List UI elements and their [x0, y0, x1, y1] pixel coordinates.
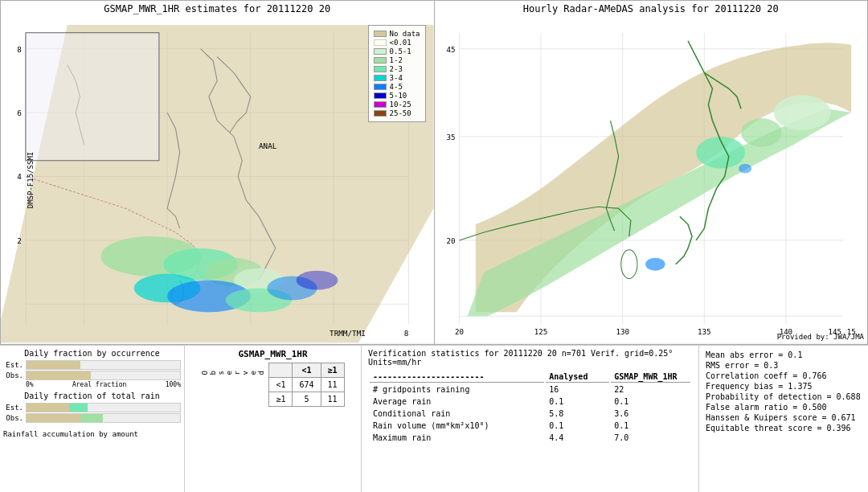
legend-item-1-2: 1-2 [374, 56, 420, 64]
verif-row-2: Conditional rain 5.8 3.6 [370, 408, 690, 419]
right-map-title: Hourly Radar-AMeDAS analysis for 2011122… [435, 1, 868, 17]
svg-point-43 [773, 95, 830, 130]
left-map-title: GSMAP_MWR_1HR estimates for 20111220 20 [1, 1, 434, 17]
verif-col-empty: ----------------------- [370, 371, 544, 383]
verif-row-4: Maximum rain 4.4 7.0 [370, 433, 690, 443]
legend-item-5-10: 5-10 [374, 92, 420, 100]
est2-bar-extra [69, 404, 88, 412]
cont-cell-ge1-ge1: 11 [321, 392, 344, 407]
legend-box: No data <0.01 0.5-1 1-2 [368, 25, 426, 122]
stats-left: Daily fraction by occurrence Est. Obs. 0… [0, 346, 185, 492]
est-label: Est. [3, 361, 23, 369]
svg-text:8: 8 [404, 330, 409, 338]
svg-point-45 [645, 258, 665, 271]
svg-text:TRMM/TMI: TRMM/TMI [330, 330, 366, 338]
verif-label-1: Average rain [370, 396, 544, 407]
svg-text:6: 6 [17, 109, 22, 117]
provided-by-label: Provided by: JWA/JMA [777, 333, 864, 341]
axis-right: 100% [166, 381, 181, 388]
verif-gsmap-4: 7.0 [611, 433, 690, 443]
svg-text:35: 35 [446, 133, 455, 141]
verif-gsmap-1: 0.1 [611, 396, 690, 407]
legend-item-10-25: 10-25 [374, 100, 420, 109]
est2-bar-row: Est. [3, 403, 181, 412]
legend-item-nodata: No data [374, 30, 420, 38]
obs2-bar-row: Obs. [3, 413, 181, 423]
right-stats-panel: Mean abs error = 0.1 RMS error = 0.3 Cor… [699, 346, 868, 492]
cont-table-container: <1 ≥1 <1 674 11 ≥1 [268, 363, 344, 407]
obs2-bar-green [27, 414, 80, 422]
contingency-table-wrapper: Observed <1 ≥1 <1 [201, 363, 344, 407]
est2-label: Est. [3, 404, 23, 412]
obs-label: Obs. [3, 371, 23, 379]
legend-item-2-3: 2-3 [374, 65, 420, 73]
svg-text:125: 125 [534, 328, 547, 336]
mean-abs-error: Mean abs error = 0.1 [706, 351, 862, 359]
obs2-bar-extra [80, 414, 104, 422]
verif-label-0: # gridpoints raining [370, 384, 544, 395]
occurrence-bars: Est. Obs. 0% Areal fraction 100% [3, 359, 181, 388]
verif-gsmap-0: 22 [611, 384, 690, 395]
svg-text:4: 4 [17, 174, 22, 182]
rain-bars: Est. Obs. [3, 402, 181, 424]
section1-title: Daily fraction by occurrence [3, 349, 181, 358]
prob-detection: Probability of detection = 0.688 [706, 392, 862, 401]
obs2-label: Obs. [3, 414, 23, 422]
contingency-section: GSMAP_MWR_1HR Observed <1 ≥1 [185, 346, 362, 492]
legend-item-05-1: 0.5-1 [374, 47, 420, 55]
svg-text:45: 45 [446, 46, 455, 54]
obs-bar-row: Obs. [3, 371, 181, 380]
right-map-panel: Hourly Radar-AMeDAS analysis for 2011122… [434, 0, 869, 345]
verification-section: Verification statistics for 20111220 20 … [362, 346, 699, 492]
obs-bar-container [26, 371, 181, 380]
left-map-ylabel: DMSP-F15/SSMI [27, 151, 35, 207]
svg-text:8: 8 [17, 46, 22, 54]
verif-analysed-1: 0.1 [546, 396, 609, 407]
right-map-area: 45 35 20 20 125 130 135 140 145 15 Provi… [435, 17, 868, 342]
verif-label-2: Conditional rain [370, 408, 544, 419]
svg-text:ANAL: ANAL [259, 142, 277, 150]
cont-row-lt1: <1 674 11 [269, 378, 344, 392]
frequency-bias: Frequency bias = 1.375 [706, 382, 862, 391]
verif-label-4: Maximum rain [370, 433, 544, 443]
verif-analysed-3: 0.1 [546, 420, 609, 431]
verif-row-3: Rain volume (mm*km²x10⁸) 0.1 0.1 [370, 420, 690, 431]
verif-col-analysed: Analysed [546, 371, 609, 383]
section3-label: Rainfall accumulation by amount [3, 430, 181, 438]
axis-left: 0% [26, 381, 34, 388]
verif-analysed-0: 16 [546, 384, 609, 395]
cont-row-ge1: ≥1 5 11 [269, 392, 344, 407]
cont-empty-header [269, 363, 293, 378]
svg-point-42 [741, 118, 782, 147]
cont-row-lt1-label: <1 [269, 378, 293, 392]
contingency-title: GSMAP_MWR_1HR [238, 349, 307, 359]
cont-row-ge1-label: ≥1 [269, 392, 293, 407]
legend-item-4-5: 4-5 [374, 83, 420, 91]
cont-ge1-header: ≥1 [321, 363, 344, 378]
verif-gsmap-2: 3.6 [611, 408, 690, 419]
verif-col-gsmap: GSMAP_MWR_1HR [611, 371, 690, 383]
axis-mid: Areal fraction [72, 381, 126, 388]
est2-bar-container [26, 403, 181, 412]
cont-cell-lt1-lt1: 674 [293, 378, 321, 392]
svg-point-21 [297, 271, 338, 290]
left-map-panel: GSMAP_MWR_1HR estimates for 20111220 20 … [0, 0, 434, 345]
est-bar-container [26, 360, 181, 370]
svg-text:135: 135 [698, 328, 710, 336]
bar-axis: 0% Areal fraction 100% [3, 381, 181, 388]
verif-analysed-4: 4.4 [546, 433, 609, 443]
verif-row-0: # gridpoints raining 16 22 [370, 384, 690, 395]
obs-vert-label: Observed [201, 363, 265, 383]
legend-item-3-4: 3-4 [374, 74, 420, 82]
correlation-coeff: Correlation coeff = 0.766 [706, 371, 862, 380]
svg-text:2: 2 [17, 237, 22, 245]
legend-item-lt001: <0.01 [374, 39, 420, 47]
bottom-row: Daily fraction by occurrence Est. Obs. 0… [0, 346, 868, 492]
false-alarm-ratio: False alarm ratio = 0.500 [706, 403, 862, 412]
obs2-bar-container [26, 413, 181, 423]
equitable-threat: Equitable threat score = 0.396 [706, 424, 862, 433]
cont-lt1-header: <1 [293, 363, 321, 378]
svg-point-46 [738, 164, 751, 174]
right-map-svg: 45 35 20 20 125 130 135 140 145 15 [435, 17, 868, 342]
main-container: GSMAP_MWR_1HR estimates for 20111220 20 … [0, 0, 868, 492]
